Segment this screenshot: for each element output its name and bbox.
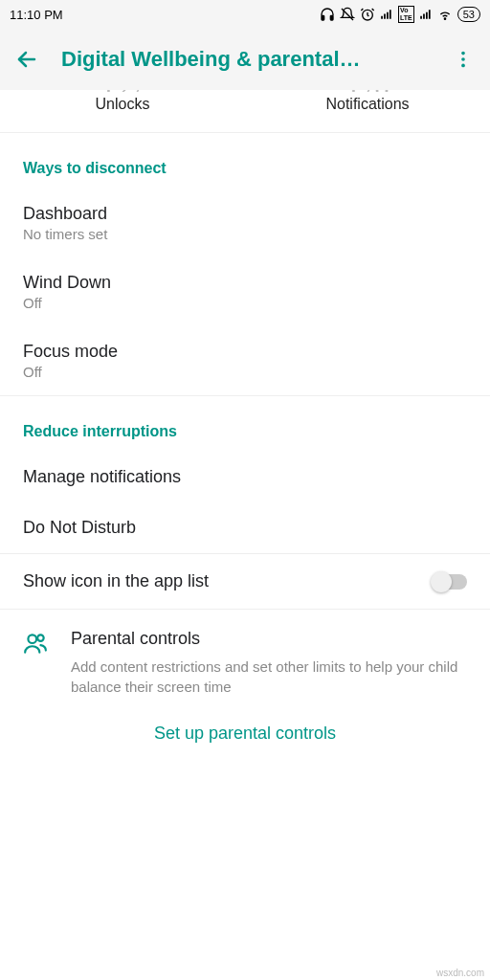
- item-parental-controls[interactable]: Parental controls Add content restrictio…: [0, 610, 490, 706]
- stats-row: 127 Unlocks 170 Notifications: [0, 90, 490, 133]
- item-dnd[interactable]: Do Not Disturb: [0, 502, 490, 553]
- item-dashboard-title: Dashboard: [23, 204, 467, 224]
- stat-unlocks[interactable]: 127 Unlocks: [0, 90, 245, 113]
- stat-notifications[interactable]: 170 Notifications: [245, 90, 490, 113]
- svg-point-9: [28, 635, 36, 643]
- stat-notifications-value: 170: [245, 90, 490, 92]
- item-dnd-title: Do Not Disturb: [23, 518, 467, 538]
- stat-notifications-label: Notifications: [245, 96, 490, 113]
- item-winddown-title: Wind Down: [23, 273, 467, 293]
- svg-rect-0: [322, 15, 324, 20]
- item-dashboard[interactable]: Dashboard No timers set: [0, 189, 490, 257]
- back-button[interactable]: [11, 44, 42, 75]
- stat-unlocks-label: Unlocks: [0, 96, 245, 113]
- show-icon-label: Show icon in the app list: [23, 571, 433, 591]
- item-winddown-sub: Off: [23, 295, 467, 311]
- parental-desc: Add content restrictions and set other l…: [71, 657, 467, 697]
- section-header-disconnect: Ways to disconnect: [0, 133, 490, 189]
- svg-point-7: [461, 57, 465, 61]
- headphones-icon: [320, 7, 335, 22]
- page-title: Digital Wellbeing & parental…: [61, 47, 429, 72]
- setup-parental-button[interactable]: Set up parental controls: [0, 706, 490, 767]
- bell-off-icon: [340, 7, 355, 22]
- svg-point-10: [37, 635, 43, 641]
- parental-title: Parental controls: [71, 629, 467, 649]
- item-show-icon[interactable]: Show icon in the app list: [0, 553, 490, 610]
- wifi-icon: [437, 7, 453, 22]
- signal-icon: [380, 8, 393, 21]
- volte-icon: VoLTE: [398, 6, 414, 23]
- section-header-reduce: Reduce interruptions: [0, 396, 490, 452]
- status-bar: 11:10 PM VoLTE 53: [0, 0, 490, 29]
- battery-icon: 53: [457, 7, 480, 22]
- watermark: wsxdn.com: [434, 968, 486, 978]
- status-time: 11:10 PM: [10, 8, 63, 22]
- item-manage-title: Manage notifications: [23, 467, 467, 487]
- item-dashboard-sub: No timers set: [23, 226, 467, 242]
- app-bar: Digital Wellbeing & parental…: [0, 29, 490, 90]
- content-scroll[interactable]: 127 Unlocks 170 Notifications Ways to di…: [0, 90, 490, 980]
- item-manage-notifications[interactable]: Manage notifications: [0, 452, 490, 502]
- item-focus-title: Focus mode: [23, 342, 467, 362]
- stat-unlocks-value: 127: [0, 90, 245, 92]
- status-icons: VoLTE 53: [63, 6, 480, 23]
- people-icon: [23, 631, 50, 697]
- svg-point-4: [444, 18, 445, 19]
- svg-point-6: [461, 52, 465, 56]
- svg-point-8: [461, 64, 465, 68]
- show-icon-toggle[interactable]: [433, 574, 467, 590]
- item-focus[interactable]: Focus mode Off: [0, 326, 490, 395]
- item-focus-sub: Off: [23, 364, 467, 380]
- svg-rect-1: [330, 15, 333, 20]
- item-winddown[interactable]: Wind Down Off: [0, 257, 490, 326]
- signal-icon-2: [419, 8, 433, 21]
- overflow-menu-button[interactable]: [448, 44, 479, 75]
- alarm-icon: [360, 7, 375, 22]
